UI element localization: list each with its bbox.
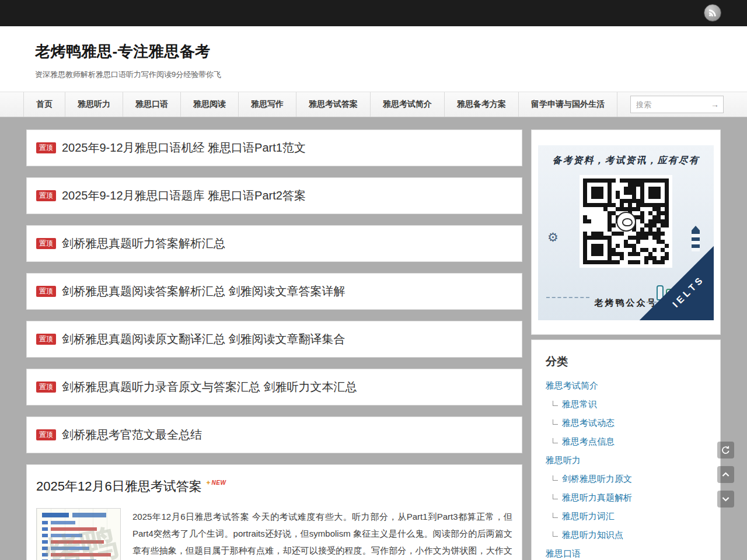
- pinned-badge: 置顶: [36, 382, 56, 393]
- tree-branch-icon: [553, 513, 558, 518]
- category-item: 雅思常识: [546, 398, 706, 410]
- lighthouse-illustration: [692, 226, 700, 251]
- pinned-post-card: 置顶 剑桥雅思真题阅读原文翻译汇总 剑雅阅读文章翻译集合: [26, 321, 522, 358]
- rss-button[interactable]: [704, 4, 721, 22]
- category-link-test-center-info[interactable]: 雅思考点信息: [562, 436, 615, 446]
- gear-icon: [547, 230, 558, 244]
- latest-post-card: 2025年12月6日雅思考试答案NEW 烤鸭 2025年12月6日雅思考试答案 …: [26, 464, 522, 560]
- category-item: 雅思听力真题解析: [546, 492, 706, 503]
- pinned-badge: 置顶: [36, 238, 56, 249]
- pinned-post-card: 置顶 2025年9-12月雅思口语题库 雅思口语Part2答案: [26, 177, 522, 214]
- category-item: 雅思听力知识点: [546, 529, 706, 541]
- nav-item-study-abroad[interactable]: 留学申请与国外生活: [519, 92, 617, 117]
- post-title[interactable]: 2025年9-12月雅思口语机经 雅思口语Part1范文: [62, 140, 306, 156]
- post-title[interactable]: 剑桥雅思考官范文最全总结: [62, 427, 202, 443]
- site-header: 老烤鸭雅思-专注雅思备考 资深雅思教师解析雅思口语听力写作阅读9分经验带你飞: [0, 26, 747, 92]
- post-list: 置顶 2025年9-12月雅思口语机经 雅思口语Part1范文 置顶 2025年…: [26, 130, 522, 560]
- tree-branch-icon: [553, 401, 558, 406]
- category-link-exam-news[interactable]: 雅思考试动态: [562, 418, 615, 428]
- refresh-icon: [721, 445, 731, 455]
- category-item: 雅思考点信息: [546, 436, 706, 447]
- nav-item-exam-intro[interactable]: 雅思考试简介: [371, 92, 445, 117]
- categories-title: 分类: [546, 354, 706, 369]
- category-item: 雅思听力: [546, 454, 706, 466]
- rss-icon: [708, 8, 717, 18]
- tree-branch-icon: [553, 438, 558, 443]
- post-excerpt: 2025年12月6日雅思考试答案 今天的考试难度有些大。听力部分，从Part1到…: [132, 508, 512, 560]
- chevron-down-icon: [721, 494, 731, 504]
- nav-item-home[interactable]: 首页: [23, 92, 65, 117]
- nav-item-speaking[interactable]: 雅思口语: [123, 92, 181, 117]
- wechat-qr-image: 备考资料，考试资讯，应有尽有 老烤鸭公众号 IELTS: [538, 145, 714, 320]
- category-link-exam-intro[interactable]: 雅思考试简介: [546, 380, 598, 390]
- pinned-post-card: 置顶 剑桥雅思考官范文最全总结: [26, 416, 522, 453]
- pinned-post-card: 置顶 剑桥雅思真题听力录音原文与答案汇总 剑雅听力文本汇总: [26, 369, 522, 405]
- refresh-button[interactable]: [717, 442, 734, 459]
- tree-branch-icon: [553, 419, 558, 425]
- tree-branch-icon: [553, 475, 558, 481]
- top-bar: [0, 0, 747, 26]
- category-item: 剑桥雅思听力原文: [546, 473, 706, 485]
- pinned-badge: 置顶: [36, 190, 56, 201]
- post-title[interactable]: 剑桥雅思真题听力录音原文与答案汇总 剑雅听力文本汇总: [62, 379, 357, 395]
- pinned-badge: 置顶: [36, 429, 56, 440]
- pinned-badge: 置顶: [36, 286, 56, 297]
- pinned-badge: 置顶: [36, 142, 56, 153]
- main-nav: 首页 雅思听力 雅思口语 雅思阅读 雅思写作 雅思考试答案 雅思考试简介 雅思备…: [0, 92, 747, 117]
- pinned-post-card: 置顶 剑桥雅思真题听力答案解析汇总: [26, 225, 522, 262]
- category-item: 雅思考试动态: [546, 417, 706, 429]
- category-link-listening-vocab[interactable]: 雅思听力词汇: [562, 511, 615, 521]
- tree-branch-icon: [553, 494, 558, 499]
- nav-item-exam-answers[interactable]: 雅思考试答案: [296, 92, 371, 117]
- page-body: 置顶 2025年9-12月雅思口语机经 雅思口语Part1范文 置顶 2025年…: [0, 117, 747, 560]
- category-item: 雅思听力词汇: [546, 510, 706, 522]
- ground-line: [546, 297, 589, 298]
- pinned-badge: 置顶: [36, 334, 56, 345]
- post-title[interactable]: 剑桥雅思真题听力答案解析汇总: [62, 236, 225, 251]
- categories-list: 雅思考试简介 雅思常识 雅思考试动态 雅思考点信息 雅思听力 剑桥雅思听力原文 …: [546, 380, 706, 559]
- duck-logo-icon: [616, 212, 636, 232]
- pinned-post-card: 置顶 2025年9-12月雅思口语机经 雅思口语Part1范文: [26, 130, 522, 166]
- wechat-qr-widget: 备考资料，考试资讯，应有尽有 老烤鸭公众号 IELTS: [531, 130, 721, 335]
- post-title[interactable]: 剑桥雅思真题阅读原文翻译汇总 剑雅阅读文章翻译集合: [62, 331, 345, 347]
- search-submit-button[interactable]: →: [707, 96, 723, 113]
- post-title[interactable]: 2025年9-12月雅思口语题库 雅思口语Part2答案: [62, 188, 306, 204]
- nav-item-prep-plan[interactable]: 雅思备考方案: [445, 92, 519, 117]
- sidebar: 备考资料，考试资讯，应有尽有 老烤鸭公众号 IELTS 分类: [531, 130, 721, 560]
- floating-tools: [717, 442, 734, 508]
- scroll-down-button[interactable]: [717, 491, 734, 508]
- site-title[interactable]: 老烤鸭雅思-专注雅思备考: [35, 41, 712, 62]
- category-link-listening-answer-analysis[interactable]: 雅思听力真题解析: [562, 492, 632, 502]
- site-tagline: 资深雅思教师解析雅思口语听力写作阅读9分经验带你飞: [35, 69, 712, 80]
- category-item: 雅思考试简介: [546, 380, 706, 391]
- search-input[interactable]: [631, 100, 707, 109]
- post-body: 烤鸭 2025年12月6日雅思考试答案 今天的考试难度有些大。听力部分，从Par…: [36, 508, 512, 560]
- category-link-cambridge-listening-transcripts[interactable]: 剑桥雅思听力原文: [562, 474, 632, 484]
- thumbnail-rows-graphic: [37, 521, 120, 560]
- new-icon: NEW: [206, 480, 226, 486]
- qr-code: [580, 175, 672, 268]
- pinned-post-card: 置顶 剑桥雅思真题阅读答案解析汇总 剑雅阅读文章答案详解: [26, 273, 522, 310]
- category-link-listening-knowledge[interactable]: 雅思听力知识点: [562, 530, 623, 540]
- category-link-ielts-basics[interactable]: 雅思常识: [562, 399, 597, 409]
- category-item: 雅思口语: [546, 548, 706, 559]
- categories-widget: 分类 雅思考试简介 雅思常识 雅思考试动态 雅思考点信息 雅思听力 剑桥雅思听力…: [531, 340, 721, 560]
- category-link-speaking[interactable]: 雅思口语: [546, 548, 581, 558]
- category-link-listening[interactable]: 雅思听力: [546, 455, 581, 465]
- search-form: →: [630, 96, 724, 113]
- chevron-up-icon: [721, 470, 731, 480]
- post-title[interactable]: 剑桥雅思真题阅读答案解析汇总 剑雅阅读文章答案详解: [62, 284, 345, 299]
- qr-top-text: 备考资料，考试资讯，应有尽有: [538, 145, 714, 167]
- post-title[interactable]: 2025年12月6日雅思考试答案NEW: [36, 478, 512, 495]
- post-thumbnail[interactable]: 烤鸭: [36, 508, 121, 560]
- nav-item-reading[interactable]: 雅思阅读: [181, 92, 239, 117]
- nav-item-writing[interactable]: 雅思写作: [239, 92, 296, 117]
- tree-branch-icon: [553, 531, 558, 537]
- thumbnail-header-graphic: [42, 513, 115, 517]
- nav-item-listening[interactable]: 雅思听力: [65, 92, 123, 117]
- scroll-up-button[interactable]: [717, 466, 734, 483]
